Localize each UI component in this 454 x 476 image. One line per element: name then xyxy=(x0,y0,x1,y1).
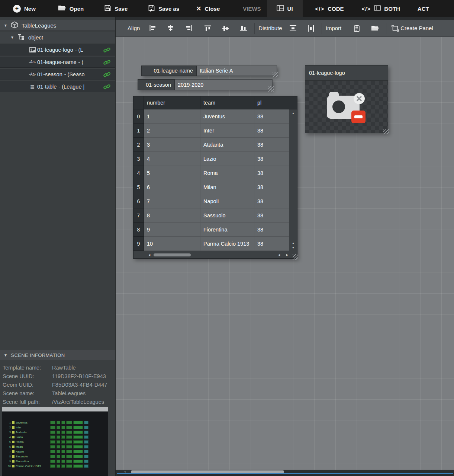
tree-item-league-logo[interactable]: 01-league-logo - (L xyxy=(0,44,115,55)
save-button[interactable]: Save xyxy=(104,4,128,13)
tree-item-season[interactable]: -Aa- 01-season - (Seaso xyxy=(0,68,115,80)
cell-number[interactable]: 7 xyxy=(144,194,200,208)
cell-team[interactable]: Inter xyxy=(200,124,254,138)
cell-pl[interactable]: 38 xyxy=(254,152,289,166)
resize-grip[interactable] xyxy=(383,129,389,134)
tree-item-league-name[interactable]: -Aa- 01-league-name - ( xyxy=(0,56,115,68)
league-name-input[interactable] xyxy=(197,66,277,76)
season-input[interactable] xyxy=(175,79,273,90)
design-canvas-grid[interactable]: 01-league-name 01-season number team pl xyxy=(116,37,454,470)
tree-node-tableleagues[interactable]: ▼ TableLeagues xyxy=(0,20,115,31)
row-index[interactable]: 2 xyxy=(133,138,144,152)
scroll-left-icon[interactable]: ◄ xyxy=(123,470,126,473)
cell-number[interactable]: 2 xyxy=(144,124,200,138)
tree-node-object[interactable]: ▼ object xyxy=(0,32,115,43)
widget-season-label[interactable]: 01-season xyxy=(138,79,175,90)
row-index[interactable]: 5 xyxy=(133,180,144,194)
cell-number[interactable]: 5 xyxy=(144,166,200,180)
scene-information-header[interactable]: ▼ SCENE INFORMATION xyxy=(0,350,115,360)
cell-number[interactable]: 8 xyxy=(144,208,200,223)
column-header-number[interactable]: number xyxy=(144,96,200,109)
cell-team[interactable]: Parma Calcio 1913 xyxy=(200,237,254,251)
scroll-left-icon[interactable]: ◄ xyxy=(148,253,151,257)
distribute-horizontal-button[interactable] xyxy=(304,22,318,35)
cell-pl[interactable]: 38 xyxy=(254,109,289,124)
cell-number[interactable]: 6 xyxy=(144,180,200,194)
create-panel-icon[interactable] xyxy=(390,22,400,35)
resize-grip[interactable] xyxy=(293,254,298,260)
align-center-horizontal-button[interactable] xyxy=(164,22,178,35)
cell-number[interactable]: 1 xyxy=(144,109,200,124)
cell-pl[interactable]: 38 xyxy=(254,180,289,194)
widget-season[interactable]: 01-season xyxy=(138,79,273,90)
align-right-button[interactable] xyxy=(181,22,196,35)
cell-team[interactable]: Roma xyxy=(200,166,254,180)
resize-grip[interactable] xyxy=(268,86,274,92)
align-left-button[interactable] xyxy=(146,22,160,35)
create-panel-label[interactable]: Create Panel xyxy=(400,25,433,31)
scroll-up-icon[interactable]: ▲ xyxy=(292,112,295,115)
widget-league-name-label[interactable]: 01-league-name xyxy=(141,66,197,76)
cell-team[interactable]: Milan xyxy=(200,180,254,194)
tab-ui[interactable]: UI xyxy=(267,0,303,17)
canvas-horizontal-scrollbar[interactable]: ◄ xyxy=(116,470,454,473)
cell-pl[interactable]: 38 xyxy=(254,124,289,138)
open-button[interactable]: Open xyxy=(58,5,84,12)
tab-actions-clipped[interactable]: ACT xyxy=(416,0,431,17)
cell-team[interactable]: Lazio xyxy=(200,152,254,166)
import-folder-button[interactable] xyxy=(368,22,382,35)
cell-team[interactable]: Juventus xyxy=(200,109,254,124)
tab-code[interactable]: </> CODE xyxy=(314,0,345,17)
cell-number[interactable]: 10 xyxy=(144,237,200,251)
scrollbar-thumb[interactable] xyxy=(154,253,191,256)
scroll-up-icon[interactable]: ▲ xyxy=(292,242,295,245)
resize-grip[interactable] xyxy=(273,72,278,77)
cell-team[interactable]: Sassuolo xyxy=(200,208,254,223)
cell-number[interactable]: 3 xyxy=(144,138,200,152)
cell-team[interactable]: Napoli xyxy=(200,194,254,208)
scroll-left-icon[interactable]: ◄ xyxy=(277,253,281,257)
widget-table[interactable]: number team pl 01Juventus38 12Inter38 23… xyxy=(133,96,297,259)
cell-pl[interactable]: 38 xyxy=(254,194,289,208)
column-header-team[interactable]: team xyxy=(200,96,254,109)
align-top-button[interactable] xyxy=(201,22,215,35)
scroll-down-icon[interactable]: ▼ xyxy=(292,246,295,249)
tab-views[interactable]: VIEWS xyxy=(241,0,262,17)
cell-team[interactable]: Atalanta xyxy=(200,138,254,152)
paste-clipboard-button[interactable] xyxy=(350,22,364,35)
row-index[interactable]: 9 xyxy=(133,237,144,251)
close-button[interactable]: ✕ Close xyxy=(196,5,220,13)
lower-panel-selected-edge[interactable] xyxy=(117,473,453,476)
widget-league-logo-label[interactable]: 01-league-logo xyxy=(305,66,388,81)
cell-pl[interactable]: 38 xyxy=(254,138,289,152)
expand-arrow-icon[interactable]: ▼ xyxy=(10,35,14,39)
widget-league-logo[interactable]: 01-league-logo xyxy=(305,65,388,133)
row-index[interactable]: 0 xyxy=(133,109,144,124)
column-header-pl[interactable]: pl xyxy=(254,96,289,109)
cell-pl[interactable]: 38 xyxy=(254,166,289,180)
row-index[interactable]: 1 xyxy=(133,124,144,138)
logo-transparency-area[interactable] xyxy=(305,81,388,133)
cell-pl[interactable]: 38 xyxy=(254,237,289,251)
link-icon[interactable] xyxy=(103,83,110,92)
save-as-button[interactable]: Save as xyxy=(148,4,179,13)
link-icon[interactable] xyxy=(103,59,110,67)
cell-number[interactable]: 9 xyxy=(144,223,200,237)
new-button[interactable]: + New xyxy=(13,5,36,13)
row-index[interactable]: 3 xyxy=(133,152,144,166)
cell-pl[interactable]: 38 xyxy=(254,223,289,237)
distribute-vertical-button[interactable] xyxy=(286,22,300,35)
tree-item-table[interactable]: ≣ 01-table - (League | xyxy=(0,81,115,92)
align-bottom-button[interactable] xyxy=(236,22,251,35)
align-middle-vertical-button[interactable] xyxy=(219,22,233,35)
cell-number[interactable]: 4 xyxy=(144,152,200,166)
link-icon[interactable] xyxy=(103,71,110,79)
cell-team[interactable]: Fiorentina xyxy=(200,223,254,237)
row-index[interactable]: 7 xyxy=(133,208,144,223)
row-index[interactable]: 6 xyxy=(133,194,144,208)
table-vertical-scrollbar[interactable]: ▲ ▲ ▼ xyxy=(289,109,297,251)
expand-arrow-icon[interactable]: ▼ xyxy=(4,23,7,28)
cell-pl[interactable]: 38 xyxy=(254,208,289,223)
link-icon[interactable] xyxy=(103,47,110,55)
row-index[interactable]: 4 xyxy=(133,166,144,180)
